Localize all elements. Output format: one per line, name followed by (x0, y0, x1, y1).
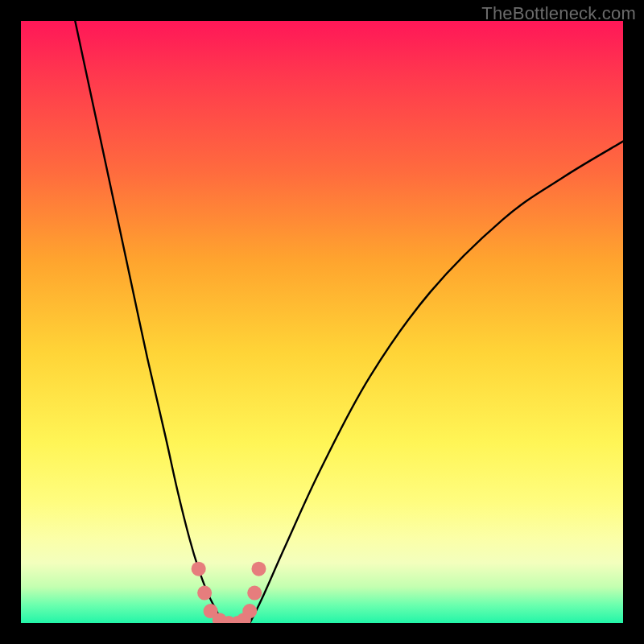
data-marker (251, 562, 266, 576)
curve-group (75, 21, 623, 623)
series-right-curve (250, 142, 623, 623)
series-left-curve (75, 21, 222, 623)
data-marker (192, 562, 206, 576)
marker-group (192, 562, 266, 623)
data-marker (197, 586, 212, 601)
data-marker (247, 586, 262, 601)
chart-frame: TheBottleneck.com (0, 0, 644, 644)
chart-svg (21, 21, 623, 623)
plot-area (21, 21, 623, 623)
data-marker (242, 604, 257, 618)
